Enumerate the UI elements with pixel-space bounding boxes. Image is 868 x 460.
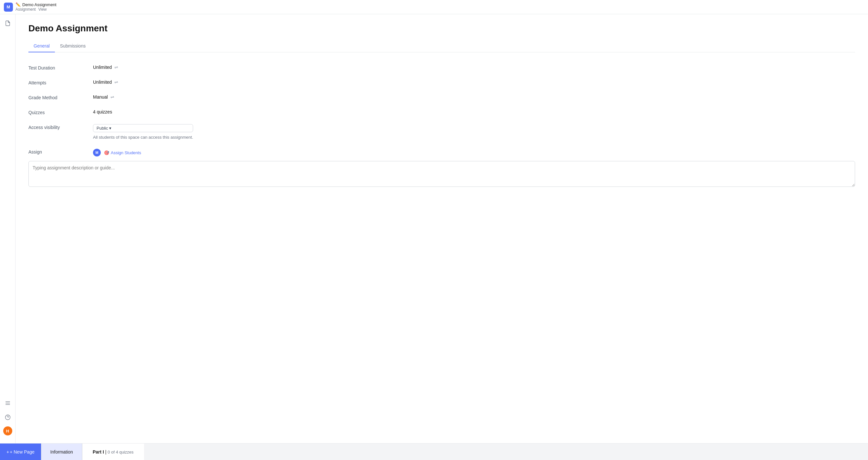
information-button[interactable]: Information: [41, 443, 82, 460]
user-avatar-top[interactable]: M: [4, 3, 13, 12]
form-row-quizzes: Quizzes 4 quizzes: [28, 105, 855, 120]
part-label: Part I: [93, 449, 104, 455]
tab-submissions[interactable]: Submissions: [55, 40, 91, 52]
label-grade-method: Grade Method: [28, 94, 80, 100]
label-assign: Assign: [28, 149, 80, 154]
form-row-access-visibility: Access visibility Public ▾ All students …: [28, 120, 855, 144]
label-quizzes: Quizzes: [28, 109, 80, 115]
part-button[interactable]: Part I | 0 of 4 quizzes: [82, 443, 144, 460]
assign-avatar: M: [93, 149, 101, 156]
breadcrumb-view[interactable]: View: [38, 7, 47, 12]
sidebar-bottom: H: [3, 398, 13, 439]
label-test-duration: Test Duration: [28, 65, 80, 70]
value-grade-method: Manual ⇌: [93, 94, 114, 99]
document-icon[interactable]: [3, 18, 13, 28]
pencil-icon: ✏️: [16, 2, 21, 7]
new-page-button[interactable]: + + New Page: [0, 443, 41, 460]
label-access-visibility: Access visibility: [28, 124, 80, 130]
value-test-duration: Unlimited ⇌: [93, 65, 118, 70]
user-avatar-bottom[interactable]: H: [3, 426, 12, 435]
label-attempts: Attempts: [28, 80, 80, 85]
form-row-grade-method: Grade Method Manual ⇌: [28, 90, 855, 105]
page-title: Demo Assignment: [28, 23, 855, 34]
tab-general[interactable]: General: [28, 40, 55, 52]
nav-title-area: ✏️ Demo Assignment Assignment View: [16, 2, 57, 12]
help-icon[interactable]: [3, 412, 13, 423]
value-quizzes: 4 quizzes: [93, 109, 112, 114]
list-icon[interactable]: [3, 398, 13, 408]
filter-icon-grade[interactable]: ⇌: [111, 94, 114, 99]
visibility-dropdown[interactable]: Public ▾: [93, 124, 193, 132]
visibility-hint: All students of this space can access th…: [93, 135, 193, 140]
assign-students-button[interactable]: 🎯 Assign Students: [104, 150, 141, 155]
nav-breadcrumb: Assignment View: [16, 7, 57, 12]
content-area: Demo Assignment General Submissions Test…: [16, 14, 868, 443]
visibility-block: Public ▾ All students of this space can …: [93, 124, 193, 140]
svg-point-3: [5, 415, 10, 420]
chevron-down-icon: ▾: [109, 126, 112, 131]
part-count: 0 of 4 quizzes: [107, 450, 133, 455]
breadcrumb-assignment[interactable]: Assignment: [16, 7, 36, 12]
value-attempts: Unlimited ⇌: [93, 80, 118, 85]
assign-icon: 🎯: [104, 150, 109, 155]
filter-icon-duration[interactable]: ⇌: [114, 65, 118, 70]
description-textarea[interactable]: [28, 161, 855, 187]
bottom-bar: + + New Page Information Part I | 0 of 4…: [0, 443, 868, 460]
plus-icon: +: [6, 449, 9, 455]
form-row-test-duration: Test Duration Unlimited ⇌: [28, 60, 855, 75]
form-row-attempts: Attempts Unlimited ⇌: [28, 75, 855, 90]
filter-icon-attempts[interactable]: ⇌: [114, 80, 118, 85]
top-nav: M ✏️ Demo Assignment Assignment View: [0, 0, 868, 14]
assign-row-values: M 🎯 Assign Students: [93, 149, 141, 156]
main-layout: H Demo Assignment General Submissions Te…: [0, 14, 868, 443]
nav-assignment-title: ✏️ Demo Assignment: [16, 2, 57, 7]
form-row-assign: Assign M 🎯 Assign Students: [28, 144, 855, 161]
left-sidebar: H: [0, 14, 16, 443]
tabs: General Submissions: [28, 40, 855, 52]
